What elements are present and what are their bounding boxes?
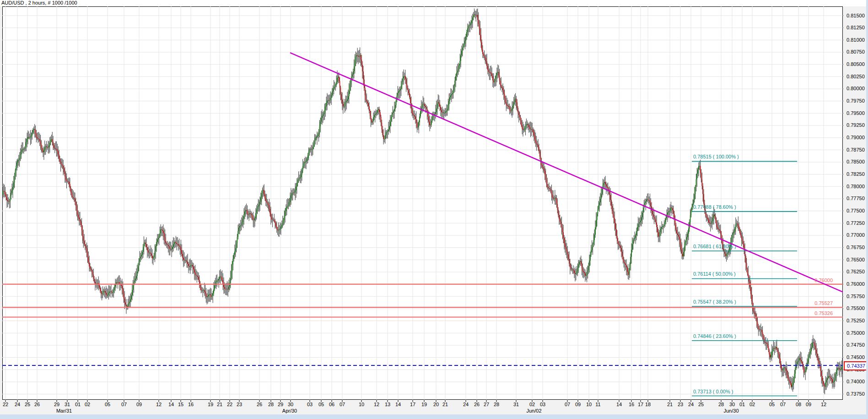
time-axis-day-label: 16	[629, 402, 634, 407]
price-axis-label: 0.78750	[846, 147, 865, 152]
fibonacci-level-label: 0.73713 ( 0.00% )	[693, 389, 733, 394]
time-axis-day-label: 03	[307, 402, 313, 407]
price-axis-label: 0.75750	[846, 294, 865, 299]
time-axis-day-label: 17	[638, 402, 643, 407]
time-axis-day-label: 05	[105, 402, 110, 407]
fibonacci-level-label: 0.76114 ( 50.00% )	[693, 271, 736, 277]
price-axis-label: 0.74750	[846, 342, 865, 348]
time-axis-day-label: 02	[749, 402, 755, 407]
price-axis-label: 0.77250	[846, 220, 865, 226]
time-axis-day-label: 26	[257, 402, 262, 407]
price-axis-label: 0.80250	[846, 74, 865, 79]
time-axis-day-label: 15	[178, 402, 183, 407]
horizontal-line-price-label: 0.76000	[796, 278, 833, 283]
fibonacci-level-label: 0.74846 ( 23.60% )	[693, 333, 736, 339]
price-axis-label: 0.81500	[846, 13, 865, 18]
time-axis-day-label: 25	[698, 402, 704, 407]
time-axis-day-label: 22	[3, 402, 8, 407]
price-axis-label: 0.76500	[846, 257, 865, 262]
price-axis-label: 0.74000	[846, 379, 865, 384]
time-axis-day-label: 09	[575, 402, 581, 407]
time-axis-day-label: 09	[136, 402, 142, 407]
candlestick-chart[interactable]	[0, 0, 868, 419]
fibonacci-level-label: 0.78515 ( 100.00% )	[693, 154, 739, 159]
time-axis-day-label: 23	[237, 402, 242, 407]
price-axis-label: 0.75250	[846, 318, 865, 323]
time-axis-day-label: 10	[359, 402, 364, 407]
price-axis-label: 0.78000	[846, 184, 865, 189]
time-axis-day-label: 09	[806, 402, 811, 407]
time-axis-day-label: 05	[769, 402, 775, 407]
window-right-strip	[866, 0, 868, 419]
trendline	[290, 53, 843, 292]
time-axis-day-label: 27	[484, 402, 489, 407]
time-axis-day-label: 13	[385, 402, 390, 407]
time-axis-day-label: 07	[780, 402, 786, 407]
time-axis-day-label: 01	[739, 402, 745, 407]
price-axis-label: 0.73750	[846, 391, 865, 397]
time-axis-month-label: Jun/02	[526, 408, 541, 414]
price-axis-label: 0.75500	[846, 305, 865, 311]
price-axis-label: 0.81250	[846, 25, 865, 30]
time-axis-day-label: 12	[156, 402, 162, 407]
time-axis-day-label: 07	[121, 402, 127, 407]
time-axis-day-label: 22	[227, 402, 232, 407]
time-axis-day-label: 30	[288, 402, 293, 407]
time-axis-day-label: 24	[688, 402, 694, 407]
price-axis-label: 0.78250	[846, 171, 865, 177]
time-axis-day-label: 19	[421, 402, 427, 407]
fibonacci-level-label: 0.75547 ( 38.20% )	[693, 299, 736, 305]
price-axis-label: 0.79750	[846, 98, 865, 103]
time-axis-day-label: 12	[374, 402, 379, 407]
time-axis-day-label: 14	[395, 402, 401, 407]
time-axis-month-label: Mar/31	[56, 408, 72, 414]
time-axis-day-label: 07	[340, 402, 345, 407]
price-axis-label: 0.80750	[846, 49, 865, 54]
price-axis-label: 0.76750	[846, 245, 865, 250]
time-axis-day-label: 20	[433, 402, 439, 407]
time-axis-day-label: 31	[513, 402, 519, 407]
price-axis-label: 0.78500	[846, 159, 865, 164]
time-axis-month-label: Jun/30	[723, 408, 739, 414]
time-axis-day-label: 30	[729, 402, 735, 407]
time-axis-day-label: 14	[168, 402, 174, 407]
time-axis-day-label: 21	[442, 402, 448, 407]
time-axis-day-label: 14	[616, 402, 622, 407]
fibonacci-level-label: 0.77488 ( 78.60% )	[693, 204, 736, 210]
time-axis-day-label: 05	[318, 402, 324, 407]
price-axis-label: 0.75000	[846, 330, 865, 336]
price-axis-label: 0.74500	[846, 354, 865, 360]
price-axis-label: 0.79000	[846, 135, 865, 140]
time-axis-day-label: 26	[474, 402, 480, 407]
time-axis-day-label: 01	[75, 402, 81, 407]
time-axis-day-label: 26	[34, 402, 40, 407]
fibonacci-level-label: 0.76681 ( 61.80% )	[693, 244, 736, 249]
time-axis-day-label: 18	[645, 402, 651, 407]
time-axis-day-label: 28	[268, 402, 274, 407]
time-axis-day-label: 03	[540, 402, 545, 407]
time-axis-day-label: 28	[718, 402, 724, 407]
price-axis-label: 0.76250	[846, 269, 865, 274]
price-axis-label: 0.79250	[846, 122, 865, 128]
time-axis-day-label: 31	[65, 402, 70, 407]
time-axis-day-label: 16	[188, 402, 194, 407]
price-axis-label: 0.76000	[846, 281, 865, 287]
chart-window: AUD/USD , 2 hours, # 1000 /1000 0.815000…	[0, 0, 868, 419]
time-axis-day-label: 23	[678, 402, 683, 407]
time-axis-day-label: 02	[85, 402, 90, 407]
time-axis-day-label: 28	[494, 402, 499, 407]
time-axis-day-label: 10	[586, 402, 592, 407]
price-axis-label: 0.77500	[846, 208, 865, 213]
current-price-tag: 0.74337	[844, 361, 868, 370]
time-axis-day-label: 21	[217, 402, 222, 407]
price-axis-label: 0.77750	[846, 196, 865, 201]
price-axis-label: 0.77000	[846, 232, 865, 238]
time-axis-day-label: 12	[821, 402, 826, 407]
time-axis-day-label: 29	[54, 402, 59, 407]
price-axis-label: 0.80000	[846, 86, 865, 91]
time-axis-day-label: 08	[796, 402, 801, 407]
time-axis-day-label: 24	[463, 402, 469, 407]
time-axis-day-label: 17	[410, 402, 415, 407]
window-bottom-strip	[0, 414, 868, 419]
price-axis-label: 0.81000	[846, 37, 865, 43]
